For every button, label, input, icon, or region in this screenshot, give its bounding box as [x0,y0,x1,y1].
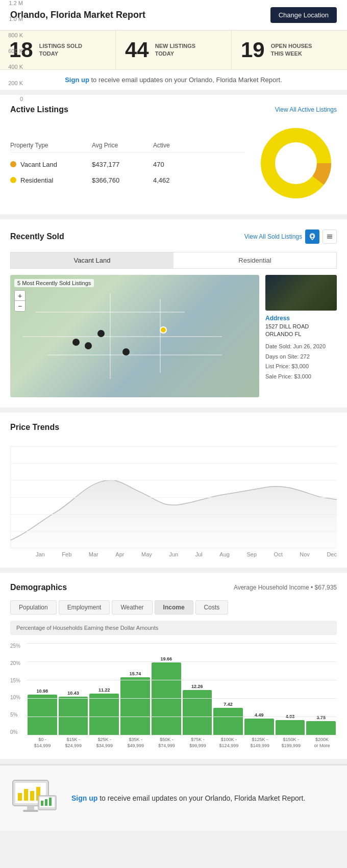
stats-bar: 18 LISTINGS SOLD TODAY 44 NEW LISTINGS T… [0,31,347,70]
view-all-sold-container: View All Sold Listings [244,229,337,244]
price-trends-card: Price Trends 1.2 M 1.0 M 800 K 600 K 400… [0,413,347,568]
active-count-residential: 4,462 [153,176,194,184]
chart-inner [10,446,337,548]
bar-x-axis: $0 - $14,999$15K - $24,999$25K - $34,999… [28,737,337,749]
demographics-tabs: Population Employment Weather Income Cos… [10,600,337,615]
list-view-button[interactable] [323,229,337,244]
bar-y-axis: 25% 20% 15% 10% 5% 0% [10,643,27,735]
bar-x-label: $150K - $199,999 [276,737,306,749]
sold-tabs: Vacant Land Residential [10,252,337,269]
x-label-jul: Jul [195,551,203,557]
stat-new-listings: 44 NEW LISTINGS TODAY [116,31,232,69]
svg-rect-9 [18,793,22,801]
listing-detail: Address 1527 DILL ROAD ORLANDO FL Date S… [265,275,337,397]
property-type-label: Vacant Land [20,161,57,168]
bar-chart-wrapper: 25% 20% 15% 10% 5% 0% 10.9810.4311.2215.… [10,643,337,749]
svg-rect-13 [27,806,34,810]
y-axis: 1.2 M 1.0 M 800 K 600 K 400 K 200 K 0 [0,0,24,102]
x-label-apr: Apr [115,551,124,557]
avg-price-vacant: $437,177 [92,161,153,168]
footer-signup-link[interactable]: Sign up [71,794,97,802]
stat-label-new: NEW LISTINGS TODAY [155,42,195,58]
x-label-oct: Oct [274,551,283,557]
bar-chart-area: 10.9810.4311.2215.7419.6612.267.424.494.… [27,643,337,735]
demo-tab-weather[interactable]: Weather [112,600,152,615]
list-price-value: $3,000 [291,363,309,369]
header: Orlando, Florida Market Report Change Lo… [0,0,347,31]
listings-content: Property Type Avg Price Active Vacant La… [10,122,337,204]
y-label: 200 K [0,80,23,86]
demo-tab-income[interactable]: Income [155,600,193,615]
y-label: 1.2 M [0,0,23,6]
table-row: Vacant Land $437,177 470 [10,157,245,172]
col-active: Active [153,142,194,149]
avg-price-residential: $366,760 [92,176,153,184]
svg-rect-18 [45,799,47,806]
x-label-feb: Feb [62,551,71,557]
demographics-title: Demographics [10,583,67,592]
zoom-out-button[interactable]: − [15,301,25,311]
footer-text: Sign up to receive email updates on your… [71,793,305,804]
map-container[interactable]: + − 5 Most Recently Sold Listings [10,275,259,397]
price-trends-header: Price Trends [10,423,337,432]
demo-tab-costs[interactable]: Costs [195,600,229,615]
view-all-sold-link[interactable]: View All Sold Listings [244,233,302,240]
demographics-header: Demographics Average Household Income • … [10,583,337,592]
zoom-in-button[interactable]: + [15,291,25,301]
map-pin[interactable] [85,342,92,349]
active-count-vacant: 470 [153,161,194,168]
map-pin[interactable] [97,330,105,337]
demo-tab-population[interactable]: Population [10,600,57,615]
bar-x-label: $125K - $149,999 [245,737,275,749]
demographics-card: Demographics Average Household Income • … [0,573,347,759]
listing-address-value: 1527 DILL ROAD ORLANDO FL [265,323,337,339]
demo-tab-employment[interactable]: Employment [59,600,110,615]
stat-number-open: 19 [241,38,265,62]
list-price-label: List Price: [265,363,290,369]
bar-x-label: $25K - $34,999 [90,737,119,749]
change-location-button[interactable]: Change Location [270,7,337,23]
signup-banner-text: to receive email updates on your Orlando… [89,76,282,84]
signup-link[interactable]: Sign up [65,76,89,84]
svg-rect-4 [327,235,332,236]
bar-x-label: $75K - $99,999 [183,737,213,749]
date-sold-value: Jun 26, 2020 [293,343,326,349]
sold-tab-vacant[interactable]: Vacant Land [11,252,174,268]
map-pin[interactable] [72,339,80,346]
active-listings-title: Active Listings [10,105,68,114]
map-image: + − 5 Most Recently Sold Listings [10,275,259,397]
x-label-sep: Sep [246,551,257,557]
signup-banner: Sign up to receive email updates on your… [0,70,347,90]
recently-sold-header: Recently Sold View All Sold Listings [10,229,337,244]
sold-tab-residential[interactable]: Residential [174,252,336,268]
x-label-aug: Aug [219,551,230,557]
y-label: 0 [0,96,23,102]
svg-point-2 [276,143,316,184]
svg-rect-17 [41,801,43,806]
listing-address-label: Address [265,315,337,322]
avg-income: Average Household Income • $67,935 [234,584,337,591]
svg-point-3 [311,235,314,238]
listing-thumbnail [265,275,337,311]
footer-signup: Sign up to receive email updates on your… [0,764,347,831]
map-pin-selected[interactable] [160,326,167,334]
map-view-button[interactable] [305,229,319,244]
col-avg-price: Avg Price [92,142,153,149]
x-label-may: May [141,551,152,557]
stat-number-new: 44 [125,38,149,62]
map-label: 5 Most Recently Sold Listings [14,279,94,287]
y-label: 600 K [0,48,23,54]
bar-x-label: $100K - $124,999 [214,737,243,749]
view-all-active-link[interactable]: View All Active Listings [275,106,337,113]
map-pin[interactable] [122,348,130,355]
listings-table: Property Type Avg Price Active Vacant La… [10,139,245,188]
chart-subtitle: Percentage of Households Earning these D… [10,621,337,635]
date-sold-label: Date Sold: [265,343,291,349]
x-label-dec: Dec [327,551,337,557]
svg-rect-14 [23,810,38,812]
footer-signup-text: to receive email updates on your Orlando… [97,794,305,802]
active-listings-card: Active Listings View All Active Listings… [0,95,347,214]
stat-label-sold: LISTINGS SOLD TODAY [39,42,82,58]
x-label-nov: Nov [300,551,310,557]
stat-open-houses: 19 OPEN HOUSES THIS WEEK [232,31,347,69]
